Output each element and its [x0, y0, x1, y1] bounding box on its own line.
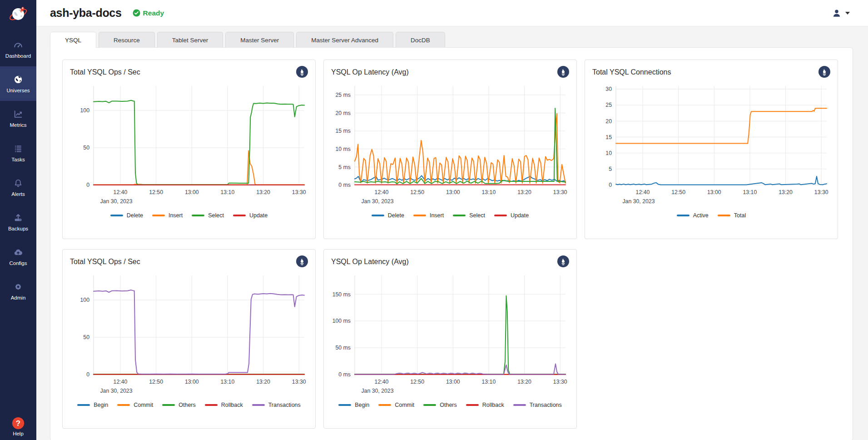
chart-plot[interactable]: 05101520253012:4012:5013:0013:1013:2013:… — [592, 82, 830, 208]
legend-item-delete[interactable]: Delete — [372, 212, 404, 219]
svg-text:13:20: 13:20 — [517, 189, 531, 195]
svg-text:100 ms: 100 ms — [332, 318, 351, 324]
legend-item-others[interactable]: Others — [423, 402, 457, 408]
legend-item-update[interactable]: Update — [233, 212, 268, 219]
admin-icon — [13, 281, 23, 292]
legend-item-update[interactable]: Update — [494, 212, 529, 219]
legend-item-transactions[interactable]: Transactions — [513, 402, 562, 408]
legend-label: Commit — [395, 402, 414, 408]
sidebar-item-tasks[interactable]: Tasks — [0, 135, 36, 170]
tab-ysql[interactable]: YSQL — [50, 32, 96, 48]
sidebar-item-help[interactable]: ? Help — [0, 418, 36, 436]
chart-legend: Begin Commit Others Rollback Transaction… — [70, 402, 308, 408]
legend-swatch — [372, 215, 384, 216]
prometheus-icon[interactable] — [818, 66, 830, 78]
legend-item-insert[interactable]: Insert — [152, 212, 183, 219]
legend-item-active[interactable]: Active — [677, 212, 709, 219]
legend-item-total[interactable]: Total — [718, 212, 746, 219]
alerts-icon — [13, 178, 23, 189]
legend-label: Begin — [94, 402, 108, 408]
svg-text:100: 100 — [80, 297, 89, 303]
legend-swatch — [205, 404, 218, 406]
chart-plot[interactable]: 05010012:4012:5013:0013:1013:2013:30Jan … — [70, 82, 308, 208]
sidebar-item-label: Backups — [8, 226, 28, 231]
tab-master-server[interactable]: Master Server — [225, 32, 294, 48]
svg-text:0: 0 — [609, 182, 612, 188]
legend-item-commit[interactable]: Commit — [378, 402, 414, 408]
prometheus-icon[interactable] — [296, 255, 308, 267]
chart-legend: Active Total — [592, 212, 830, 219]
legend-swatch — [453, 215, 466, 216]
chart-title: Total YSQL Connections — [592, 66, 671, 76]
svg-text:12:50: 12:50 — [671, 189, 685, 195]
sidebar-item-alerts[interactable]: Alerts — [0, 170, 36, 205]
chart-panel: Total YSQL Connections 05101520253012:40… — [585, 60, 838, 239]
sidebar-nav: Dashboard Universes Metrics Tasks Alerts… — [0, 32, 36, 308]
svg-text:25 ms: 25 ms — [336, 92, 351, 98]
prometheus-icon[interactable] — [557, 66, 569, 78]
svg-text:Jan 30, 2023: Jan 30, 2023 — [361, 198, 393, 205]
sidebar-item-label: Dashboard — [5, 53, 31, 59]
status-badge: Ready — [133, 9, 164, 17]
legend-item-insert[interactable]: Insert — [413, 212, 444, 219]
legend-item-begin[interactable]: Begin — [77, 402, 108, 408]
chart-plot[interactable]: 0 ms5 ms10 ms15 ms20 ms25 ms12:4012:5013… — [331, 82, 569, 208]
dashboard-icon — [13, 40, 23, 50]
legend-item-transactions[interactable]: Transactions — [252, 402, 301, 408]
sidebar-item-admin[interactable]: Admin — [0, 274, 36, 308]
prometheus-icon[interactable] — [296, 66, 308, 78]
chart-title: YSQL Op Latency (Avg) — [331, 66, 409, 76]
sidebar-item-universes[interactable]: Universes — [0, 66, 36, 101]
legend-item-rollback[interactable]: Rollback — [466, 402, 504, 408]
sidebar-item-configs[interactable]: Configs — [0, 239, 36, 274]
legend-item-rollback[interactable]: Rollback — [205, 402, 243, 408]
chart-panel-header: YSQL Op Latency (Avg) — [331, 66, 569, 82]
svg-text:13:20: 13:20 — [256, 189, 270, 195]
svg-text:5: 5 — [609, 166, 612, 172]
chart-plot[interactable]: 05010012:4012:5013:0013:1013:2013:30Jan … — [70, 272, 308, 397]
svg-text:15 ms: 15 ms — [336, 128, 351, 134]
legend-item-others[interactable]: Others — [162, 402, 196, 408]
legend-item-select[interactable]: Select — [453, 212, 485, 219]
legend-swatch — [413, 215, 426, 216]
legend-label: Delete — [388, 212, 404, 219]
legend-swatch — [718, 215, 730, 216]
tab-master-server-advanced[interactable]: Master Server Advanced — [296, 32, 393, 48]
tab-docdb[interactable]: DocDB — [396, 32, 445, 48]
sidebar-item-label: Admin — [11, 295, 26, 300]
svg-text:13:20: 13:20 — [256, 379, 270, 385]
prometheus-icon[interactable] — [557, 255, 569, 267]
legend-item-select[interactable]: Select — [192, 212, 224, 219]
sidebar-item-metrics[interactable]: Metrics — [0, 101, 36, 135]
legend-item-begin[interactable]: Begin — [338, 402, 369, 408]
tab-tablet-server[interactable]: Tablet Server — [157, 32, 223, 48]
chart-legend: Delete Insert Select Update — [331, 212, 569, 219]
configs-icon — [13, 247, 23, 258]
universes-icon — [13, 74, 23, 85]
legend-label: Delete — [127, 212, 143, 219]
legend-label: Commit — [134, 402, 153, 408]
chart-plot[interactable]: 0 ms50 ms100 ms150 ms12:4012:5013:0013:1… — [331, 272, 569, 397]
legend-item-commit[interactable]: Commit — [117, 402, 153, 408]
chart-panel: YSQL Op Latency (Avg) 0 ms5 ms10 ms15 ms… — [323, 60, 577, 239]
sidebar-item-label: Metrics — [10, 122, 26, 128]
check-circle-icon — [133, 9, 140, 17]
legend-item-delete[interactable]: Delete — [110, 212, 143, 219]
legend-label: Update — [511, 212, 529, 219]
yugabyte-logo[interactable] — [0, 0, 36, 26]
user-menu[interactable] — [831, 8, 850, 19]
caret-down-icon — [845, 12, 850, 15]
sidebar-item-dashboard[interactable]: Dashboard — [0, 32, 36, 66]
tab-resource[interactable]: Resource — [99, 32, 155, 48]
legend-swatch — [677, 215, 689, 216]
svg-text:50 ms: 50 ms — [336, 345, 351, 351]
user-icon — [831, 8, 842, 19]
sidebar-item-label: Universes — [6, 88, 30, 93]
svg-text:13:10: 13:10 — [482, 189, 496, 195]
svg-text:13:30: 13:30 — [553, 379, 567, 385]
legend-swatch — [233, 215, 246, 216]
sidebar-item-backups[interactable]: Backups — [0, 205, 36, 239]
chart-legend: Begin Commit Others Rollback Transaction… — [331, 402, 569, 408]
chart-panel: Total YSQL Ops / Sec 05010012:4012:5013:… — [62, 249, 316, 429]
legend-swatch — [513, 404, 526, 406]
